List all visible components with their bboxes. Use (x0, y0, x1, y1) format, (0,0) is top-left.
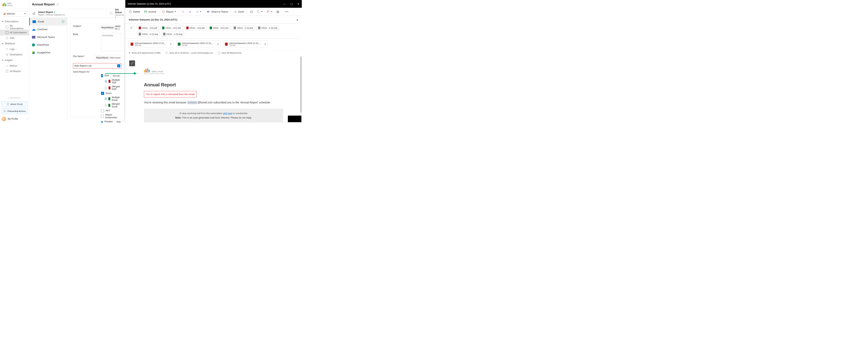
avatar (2, 117, 6, 121)
provider-sharepoint[interactable]: SharePoint (29, 41, 67, 49)
attachment-chip[interactable]: Inforiv…e-2)).png (256, 26, 279, 30)
nav-group-subscriptions[interactable]: Subscriptions (0, 19, 29, 24)
nav-item-destinations[interactable]: Destinations (0, 52, 29, 57)
admin-portal-button[interactable]: Admin Portal (1, 101, 28, 107)
nav-item-label: Metrics (10, 64, 17, 67)
wizard-step-schedule[interactable]: Set Subsc Occurs at 1 (106, 9, 128, 18)
nav-item-logs[interactable]: Logs (0, 47, 29, 52)
report-button[interactable]: Report (160, 9, 178, 14)
nav-item-metrics[interactable]: Metrics (0, 63, 29, 68)
close-button[interactable]: ✕ (297, 2, 300, 5)
attachment-chip[interactable]: Inforiv…e-1)).png (232, 26, 255, 30)
read-button[interactable] (248, 9, 255, 14)
tag-button[interactable] (255, 9, 265, 14)
provider-googledrive[interactable]: GoogleDrive (29, 49, 67, 57)
maximize-button[interactable]: ▢ (290, 2, 293, 5)
attachment-card[interactable]: InforiverDatasets1-2024-12-23_...10 KB (176, 40, 220, 48)
reply-button[interactable] (180, 9, 187, 14)
excel-checkbox[interactable] (101, 92, 104, 95)
onboarding-button-label: Onboarding Actions (7, 110, 26, 112)
multiple-pdf-radio[interactable] (105, 80, 107, 83)
provider-onedrive[interactable]: OneDrive (29, 26, 67, 33)
nav-item-my-subscriptions[interactable]: My Subscriptions (0, 24, 29, 30)
svg-rect-18 (218, 52, 220, 54)
ppt-checkbox[interactable] (101, 109, 104, 112)
merged-excel-radio[interactable] (105, 104, 107, 107)
more-button[interactable]: ••• (283, 9, 290, 14)
multiple-excel-radio[interactable] (105, 97, 107, 100)
provider-list: Email ✔ OneDrive Microsoft Teams SharePo… (29, 18, 67, 123)
wizard-step-select-report[interactable]: Select Report ✔ Report : Inforiver Datas… (29, 9, 106, 18)
edit-icon[interactable] (56, 3, 59, 6)
share-teams-button[interactable]: Share to Teams (205, 9, 230, 14)
list-icon (5, 26, 8, 29)
svg-rect-6 (33, 12, 34, 14)
attachment-chip[interactable]: Inforiv…rix1).xlsx (208, 26, 230, 30)
nav-group-insights[interactable]: Insights (0, 57, 29, 63)
nav-group-writeback[interactable]: Writeback (0, 41, 29, 47)
brand-name: info river (152, 70, 163, 72)
excel-icon (178, 42, 181, 46)
nav-item-all-subscriptions[interactable]: All Subscriptions (0, 30, 29, 35)
provider-label: Email (38, 20, 44, 23)
nav-item-all-reports[interactable]: All Reports (0, 68, 29, 74)
attachment-chip[interactable]: Inforiv…rix1).xlsx (160, 26, 183, 30)
hide-report-link-checkbox[interactable] (117, 64, 120, 67)
nav-item-jobs[interactable]: Jobs (0, 35, 29, 41)
envelope-icon (250, 10, 253, 13)
mail-icon (32, 20, 36, 23)
chevron-down-icon (261, 11, 263, 12)
svg-rect-15 (277, 11, 279, 11)
show-all-attachments-button[interactable]: Show all 8 attachments (3 MB) (129, 52, 161, 54)
profile-row[interactable]: My Profile › (0, 115, 29, 123)
pdf-checkbox[interactable] (101, 74, 103, 77)
save-all-attachments-button[interactable]: Save All Attachments (218, 52, 241, 54)
minimize-button[interactable]: — (283, 2, 286, 5)
chevron-down-icon (2, 21, 3, 22)
screenshot-checkbox[interactable] (101, 115, 104, 118)
provider-email[interactable]: Email ✔ (29, 18, 67, 26)
provider-label: OneDrive (37, 28, 48, 31)
flag-button[interactable] (265, 9, 274, 14)
attachment-chip[interactable]: Inforiv…e-1)).png (137, 32, 160, 36)
onboarding-button[interactable]: Onboarding Actions (1, 108, 28, 114)
expand-button[interactable] (129, 60, 135, 66)
attachment-chip[interactable]: Inforiv…rix1).pdf (185, 26, 207, 30)
unsubscribe-link[interactable]: click here (223, 112, 232, 114)
preview-quality-select[interactable]: High Q (114, 120, 123, 123)
attachment-card[interactable]: InforiverDatasets1-2024-12-23_...826 KB (129, 40, 173, 48)
delete-button[interactable]: Delete (127, 9, 142, 14)
scrollbar-thumb[interactable] (301, 57, 302, 113)
attachment-chip[interactable]: Inforiv…e-2)).png (161, 32, 184, 36)
filename-input[interactable]: ReportName - FileCurrent (94, 55, 122, 60)
archive-button[interactable]: Archive (142, 9, 158, 14)
save-to-onedrive-button[interactable]: Save all to OneDrive - Lumel Technologie… (165, 52, 213, 54)
googledrive-icon (32, 51, 35, 54)
annotation-arrow (105, 72, 138, 75)
ellipsis-icon: ••• (285, 10, 289, 13)
chevron-down-icon (170, 44, 172, 45)
brand-block: info river (0, 0, 29, 9)
workspace-selector[interactable]: Inforiver (2, 11, 28, 17)
zoom-button[interactable]: Zoom (232, 9, 246, 14)
provider-teams[interactable]: Microsoft Teams (29, 33, 67, 41)
email-subject-row[interactable]: Inforiver Datasets (1)-Dec 23, 2024 (UTC… (125, 16, 302, 24)
brand-name: info river (7, 2, 13, 7)
reply-all-button[interactable] (187, 9, 194, 14)
forward-button[interactable] (194, 9, 203, 14)
body-textarea[interactable] (101, 33, 122, 52)
attachment-card[interactable]: InforiverDatasets1-2024-12-23_...783 KB (223, 40, 268, 48)
scrollbar-track[interactable] (300, 57, 302, 123)
check-circle-icon: ✔ (54, 11, 56, 13)
email-body-pane[interactable]: info river INTELLIGENT ANALYTICS Annual … (125, 57, 302, 123)
preview-checkbox[interactable] (101, 121, 103, 123)
print-button[interactable] (274, 9, 281, 14)
nav-group-label: Insights (5, 59, 12, 62)
chevron-down-icon (217, 44, 219, 45)
email-footer: To stop receiving mail from this subscri… (144, 109, 283, 123)
merged-pdf-radio[interactable] (105, 87, 107, 89)
image-icon (234, 27, 236, 29)
attachment-chip[interactable]: Inforiv…rix1).pdf (137, 26, 159, 30)
pdf-icon (139, 27, 141, 29)
subject-input[interactable]: ReportName - MMM dd, y (99, 25, 122, 30)
